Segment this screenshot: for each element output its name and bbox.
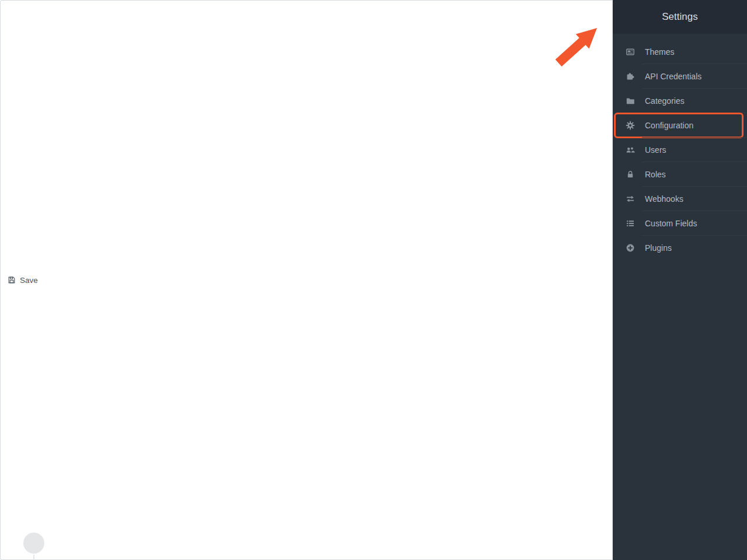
- exchange-arrows-icon: [626, 194, 636, 204]
- sidebar-item-roles[interactable]: Roles: [613, 162, 747, 187]
- page-header: Dashboard Save ▼: [0, 35, 613, 73]
- puzzle-icon: [626, 72, 636, 81]
- sidebar-menu: Themes API Credentials Categories Config…: [613, 34, 747, 260]
- folder-icon: [626, 96, 636, 106]
- sidebar-item-plugins[interactable]: Plugins: [613, 236, 747, 260]
- sidebar-item-categories[interactable]: Categories: [613, 89, 747, 113]
- floppy-disk-icon: [8, 276, 16, 284]
- activity-avatar: [23, 533, 44, 554]
- gears-icon: [626, 121, 636, 130]
- sidebar-title: Settings: [613, 0, 747, 34]
- app-window: ? Extend Trial ? Guided Tour Dashboard: [0, 0, 747, 560]
- sidebar-item-api-credentials[interactable]: API Credentials: [613, 64, 747, 89]
- sidebar-item-configuration[interactable]: Configuration: [613, 113, 747, 138]
- sidebar-item-custom-fields[interactable]: Custom Fields: [613, 211, 747, 236]
- lock-icon: [626, 170, 636, 179]
- timeline-line: [33, 555, 34, 560]
- save-button-group: Save ▼: [587, 47, 605, 61]
- save-button[interactable]: Save: [0, 0, 613, 560]
- users-icon: [626, 145, 636, 155]
- newspaper-icon: [626, 47, 636, 57]
- sidebar-item-themes[interactable]: Themes: [613, 40, 747, 64]
- sidebar-item-webhooks[interactable]: Webhooks: [613, 187, 747, 211]
- main-area: ? Extend Trial ? Guided Tour Dashboard: [0, 0, 613, 560]
- settings-sidebar: Settings Themes API Credentials Categori…: [613, 0, 747, 560]
- sidebar-item-users[interactable]: Users: [613, 138, 747, 162]
- plus-circle-icon: [626, 243, 636, 253]
- list-icon: [626, 219, 636, 228]
